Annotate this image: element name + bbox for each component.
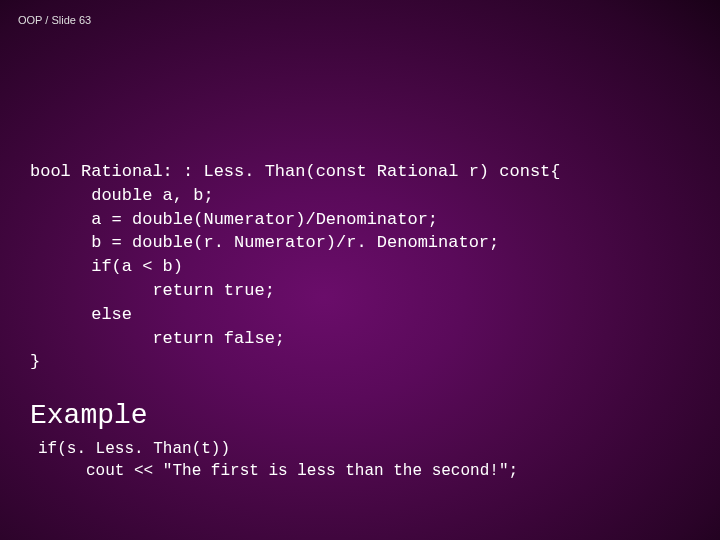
code-line-6: return true; [30, 281, 275, 300]
code-line-7: else [30, 305, 132, 324]
code-line-5: if(a < b) [30, 257, 183, 276]
code-block: bool Rational: : Less. Than(const Ration… [30, 160, 561, 374]
code-line-8: return false; [30, 329, 285, 348]
code-line-4: b = double(r. Numerator)/r. Denominator; [30, 233, 499, 252]
example-line-2: cout << "The first is less than the seco… [38, 462, 518, 480]
example-heading: Example [30, 400, 148, 431]
example-code-block: if(s. Less. Than(t)) cout << "The first … [38, 438, 518, 483]
code-line-3: a = double(Numerator)/Denominator; [30, 210, 438, 229]
example-line-1: if(s. Less. Than(t)) [38, 440, 230, 458]
code-line-2: double a, b; [30, 186, 214, 205]
slide-header: OOP / Slide 63 [18, 14, 91, 26]
code-line-1: bool Rational: : Less. Than(const Ration… [30, 162, 561, 181]
code-line-9: } [30, 352, 40, 371]
